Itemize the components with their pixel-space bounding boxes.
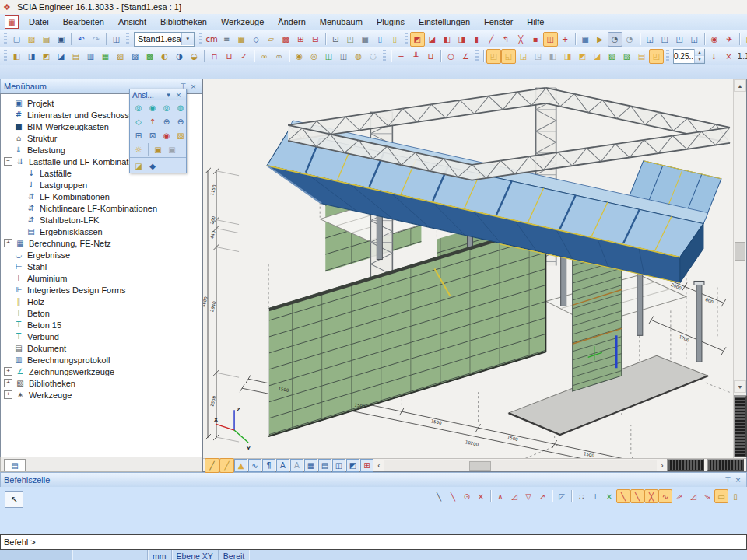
- menu-fenster[interactable]: Fenster: [477, 16, 520, 28]
- tree-expander-icon[interactable]: +: [4, 379, 12, 387]
- circle-icon[interactable]: ○: [444, 49, 458, 64]
- chevron-down-icon[interactable]: ▾: [163, 90, 174, 100]
- tree-item[interactable]: IAluminium: [1, 272, 202, 284]
- transform-icon[interactable]: ◇: [249, 32, 264, 47]
- menu-einstellungen[interactable]: Einstellungen: [412, 16, 477, 28]
- snap-triangle-icon[interactable]: ◿: [686, 489, 700, 503]
- print-icon[interactable]: ⊡: [328, 32, 343, 47]
- view-3d-icon[interactable]: ◆: [146, 159, 160, 173]
- document-icon[interactable]: ▦: [5, 15, 19, 29]
- print-preview-icon[interactable]: ◰: [343, 32, 358, 47]
- window-cascade-icon[interactable]: ◰: [672, 32, 687, 47]
- show-model-data-icon[interactable]: ▥: [83, 49, 98, 64]
- snap-edge-icon[interactable]: ╲: [630, 489, 644, 503]
- image-gallery-icon[interactable]: ▦: [234, 32, 249, 47]
- show-loads-icon[interactable]: ▤: [68, 49, 83, 64]
- snap-arc-icon[interactable]: ↗: [535, 489, 549, 503]
- render-settings-icon[interactable]: ◪: [132, 159, 146, 173]
- dock-view-7-icon[interactable]: ◩: [575, 49, 590, 64]
- dock-view-10-icon[interactable]: ▨: [619, 49, 634, 64]
- ruler-icon[interactable]: ▭: [714, 489, 728, 503]
- window-tile-icon[interactable]: ◲: [687, 32, 702, 47]
- export-table-icon[interactable]: ▶: [593, 32, 608, 47]
- copy-attributes-icon[interactable]: ◱: [643, 32, 658, 47]
- cursor-snap-settings-icon[interactable]: ◸: [555, 489, 569, 503]
- render-mode-icon[interactable]: ╱: [219, 458, 234, 473]
- tree-item[interactable]: ⇵LF-Kombinationen: [1, 191, 202, 202]
- snap-tangent-icon[interactable]: ◿: [507, 489, 521, 503]
- connect-members-icon[interactable]: ⊓: [207, 49, 222, 64]
- tree-item[interactable]: +▧Bibliotheken: [1, 377, 202, 389]
- dock-view-1-icon[interactable]: ◰: [486, 49, 501, 64]
- check-structure-icon[interactable]: ✓: [237, 49, 251, 64]
- snap-endpoint-icon[interactable]: ╲: [432, 489, 446, 503]
- load-panel-icon[interactable]: ⊔: [423, 49, 438, 64]
- camera-icon[interactable]: ▣: [151, 142, 165, 156]
- support-line-icon[interactable]: ─: [394, 49, 409, 64]
- dock-view-6-icon[interactable]: ◨: [560, 49, 575, 64]
- deselect-all-icon[interactable]: ╳: [514, 32, 528, 47]
- horizontal-scroll-thumb[interactable]: [469, 461, 491, 471]
- menu-bibliotheken[interactable]: Bibliotheken: [153, 16, 214, 28]
- redo-icon[interactable]: ↷: [89, 32, 103, 47]
- model-canvas[interactable]: X Y Z 1150 200 440 2940 1500 5680 1500 1…: [203, 79, 733, 458]
- tree-item[interactable]: ⇵Stahlbeton-LFK: [1, 214, 202, 226]
- visibility-filter-on-icon[interactable]: ◔: [608, 32, 622, 47]
- paste-add-icon[interactable]: ◫: [336, 49, 351, 64]
- show-node-labels-icon[interactable]: ◧: [9, 49, 24, 64]
- scroll-left-icon[interactable]: ‹: [374, 461, 384, 470]
- decrease-text-icon[interactable]: A: [290, 459, 303, 472]
- snap-line-icon[interactable]: ╲: [616, 489, 630, 503]
- wireframe-mode-icon[interactable]: ╱: [205, 458, 219, 473]
- toolbar-grip[interactable]: [126, 33, 129, 45]
- document-icon[interactable]: ▯: [373, 32, 388, 47]
- perspective-icon[interactable]: ◇: [132, 114, 146, 128]
- vertical-scrollbar[interactable]: ▲ ▼: [733, 79, 746, 458]
- command-panel-header[interactable]: Befehlszeile ⊤ ×: [0, 472, 747, 487]
- select-marquee-icon[interactable]: ◫: [543, 32, 558, 47]
- cursor-mode-button[interactable]: ↖: [5, 491, 23, 508]
- scroll-down-icon[interactable]: ▼: [734, 380, 746, 393]
- tree-item[interactable]: ⇵Nichtlineare LF-Kombinationen: [1, 202, 202, 214]
- paste-attributes-icon[interactable]: ◳: [658, 32, 672, 47]
- table-results-icon[interactable]: ⊟: [308, 32, 323, 47]
- scroll-right-icon[interactable]: ›: [658, 461, 667, 470]
- depth-scroll-bar[interactable]: [734, 395, 747, 457]
- zoom-scroll-bar[interactable]: [707, 459, 744, 471]
- layout-tab-icon[interactable]: ▤: [8, 458, 23, 473]
- tree-item[interactable]: TBeton: [1, 307, 202, 319]
- clipping-box-icon[interactable]: ▨: [174, 128, 188, 142]
- show-grid-icon[interactable]: ▩: [142, 49, 157, 64]
- dock-view-11-icon[interactable]: ▤: [634, 49, 649, 64]
- tree-item[interactable]: ⊩Integriertes Design Forms: [1, 284, 202, 296]
- show-supports-icon[interactable]: ◪: [54, 49, 68, 64]
- angle-icon[interactable]: ∠: [458, 49, 473, 64]
- replace-icon[interactable]: ◎: [307, 49, 321, 64]
- scroll-up-icon[interactable]: ▲: [734, 79, 746, 92]
- select-subtract-icon[interactable]: ◨: [454, 32, 469, 47]
- new-document-icon[interactable]: ▢: [9, 32, 24, 47]
- toolbar-grip[interactable]: [475, 50, 479, 62]
- mesh-setup-icon[interactable]: ▩: [279, 32, 293, 47]
- engineering-report-icon[interactable]: ▯: [388, 32, 402, 47]
- menu-menübaum[interactable]: Menübaum: [313, 16, 370, 28]
- tree-item[interactable]: ▤Dokument: [1, 342, 202, 354]
- view-front-icon[interactable]: ◉: [146, 100, 160, 114]
- show-rendering-icon[interactable]: ▦: [304, 459, 317, 472]
- snap-polygon-icon[interactable]: ▽: [521, 489, 535, 503]
- snap-curve-icon[interactable]: ∿: [658, 489, 672, 503]
- tree-item[interactable]: ‖Holz: [1, 296, 202, 307]
- select-add-icon[interactable]: ◩: [410, 32, 425, 47]
- toolbar-grip[interactable]: [405, 33, 408, 45]
- toolbar-grip[interactable]: [4, 33, 7, 45]
- move-copy-icon[interactable]: ∞: [257, 49, 272, 64]
- tree-item[interactable]: +∗Werkzeuge: [1, 389, 202, 401]
- zoom-selection-icon[interactable]: ◉: [160, 128, 174, 142]
- show-dimensions-icon[interactable]: ▤: [318, 459, 331, 472]
- clipboard-picture-icon[interactable]: ◩: [346, 459, 359, 472]
- camera-settings-icon[interactable]: ▣: [165, 142, 179, 156]
- print-picture-icon[interactable]: ◫: [332, 459, 345, 472]
- vertical-scroll-thumb[interactable]: [735, 242, 745, 261]
- snap-midpoint-icon[interactable]: ╲: [446, 489, 460, 503]
- select-previous-icon[interactable]: ↰: [499, 32, 514, 47]
